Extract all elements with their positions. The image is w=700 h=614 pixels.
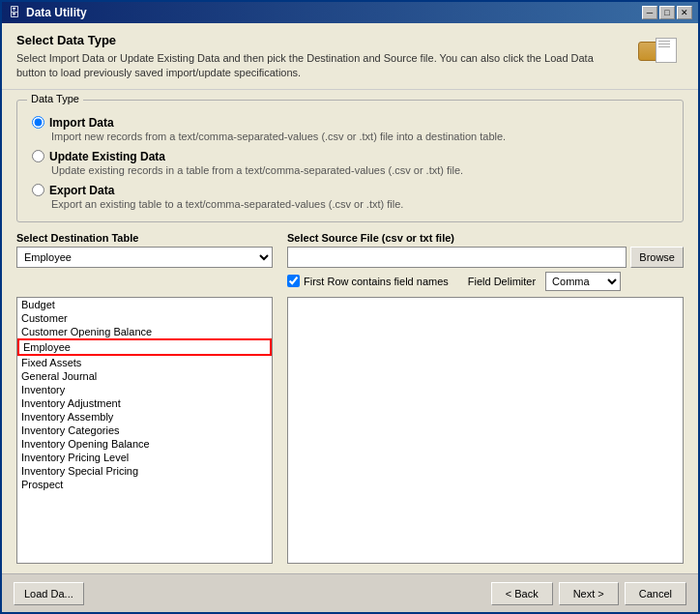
database-icon	[638, 34, 682, 71]
header-desc: Select Import Data or Update Existing Da…	[16, 51, 626, 81]
export-data-radio[interactable]	[32, 184, 44, 196]
window-controls: ─ □ ✕	[642, 6, 692, 19]
list-item[interactable]: Inventory Opening Balance	[17, 437, 272, 451]
list-item[interactable]: Inventory Assembly	[17, 410, 272, 424]
browse-button[interactable]: Browse	[630, 247, 684, 268]
import-data-desc: Import new records from a text/comma-sep…	[51, 131, 668, 142]
load-data-button[interactable]: Load Da...	[14, 582, 84, 605]
title-bar: 🗄 Data Utility ─ □ ✕	[2, 2, 698, 23]
list-item[interactable]: General Journal	[17, 369, 272, 383]
list-item[interactable]: Inventory Special Pricing	[17, 464, 272, 478]
close-button[interactable]: ✕	[677, 6, 692, 19]
field-delimiter-label: Field Delimiter	[468, 276, 536, 287]
source-file-input[interactable]	[287, 247, 627, 268]
update-data-text: Update Existing Data	[49, 150, 165, 163]
title-bar-left: 🗄 Data Utility	[8, 6, 87, 19]
list-item[interactable]: Customer	[17, 311, 272, 325]
next-button[interactable]: Next >	[559, 582, 619, 605]
source-file-row: Browse	[287, 247, 684, 268]
doc-line-3	[658, 46, 671, 47]
update-data-radio[interactable]	[32, 150, 44, 162]
header-title: Select Data Type	[16, 33, 626, 47]
import-data-option: Import Data Import new records from a te…	[32, 116, 668, 142]
data-type-group-label: Data Type	[27, 93, 83, 104]
list-item[interactable]: Customer Opening Balance	[17, 325, 272, 338]
dest-table-label: Select Destination Table	[16, 232, 273, 244]
import-data-radio[interactable]	[32, 116, 44, 129]
list-item[interactable]: Inventory Pricing Level	[17, 451, 272, 464]
import-data-label[interactable]: Import Data	[32, 116, 668, 130]
source-preview-area	[287, 297, 684, 564]
update-data-desc: Update existing records in a table from …	[51, 164, 668, 176]
dest-table-dropdown[interactable]: BudgetCustomerCustomer Opening BalanceEm…	[16, 247, 273, 268]
update-data-label[interactable]: Update Existing Data	[32, 150, 668, 163]
doc-line-2	[658, 44, 671, 44]
list-item[interactable]: Inventory Adjustment	[17, 396, 272, 410]
header-section: Select Data Type Select Import Data or U…	[2, 23, 698, 90]
window-title: Data Utility	[26, 6, 87, 19]
doc-icon	[656, 38, 677, 63]
dest-table-col: Select Destination Table BudgetCustomerC…	[16, 232, 273, 268]
list-item[interactable]: Fixed Assets	[17, 356, 272, 369]
data-type-group: Data Type Import Data Import new records…	[16, 100, 684, 222]
list-item[interactable]: Employee	[17, 338, 272, 356]
first-row-checkbox[interactable]	[287, 275, 300, 287]
main-window: 🗄 Data Utility ─ □ ✕ Select Data Type Se…	[0, 0, 700, 614]
app-icon: 🗄	[8, 6, 21, 19]
update-data-option: Update Existing Data Update existing rec…	[32, 150, 668, 176]
export-data-text: Export Data	[49, 184, 114, 197]
listbox-container: BudgetCustomerCustomer Opening BalanceEm…	[16, 297, 684, 564]
list-item[interactable]: Inventory	[17, 383, 272, 396]
bottom-section: Select Destination Table BudgetCustomerC…	[16, 232, 684, 564]
header-icon	[635, 33, 684, 72]
footer-right: < Back Next > Cancel	[491, 582, 686, 605]
content-area: Select Data Type Select Import Data or U…	[2, 23, 698, 612]
first-row-label[interactable]: First Row contains field names	[287, 275, 449, 287]
first-row-text: First Row contains field names	[304, 276, 449, 287]
import-data-text: Import Data	[49, 116, 114, 130]
footer-left: Load Da...	[14, 582, 84, 605]
delimiter-dropdown[interactable]: Comma Tab Semicolon Space	[545, 272, 621, 291]
footer-bar: Load Da... < Back Next > Cancel	[2, 573, 698, 612]
list-item[interactable]: Inventory Categories	[17, 424, 272, 437]
export-data-label[interactable]: Export Data	[32, 184, 668, 197]
column-labels-row: Select Destination Table BudgetCustomerC…	[16, 232, 684, 291]
field-options-row: First Row contains field names Field Del…	[287, 272, 684, 291]
doc-line-1	[658, 41, 671, 42]
header-text: Select Data Type Select Import Data or U…	[16, 33, 626, 81]
list-item[interactable]: Budget	[17, 298, 272, 311]
export-data-desc: Export an existing table to a text/comma…	[51, 198, 668, 210]
main-body: Data Type Import Data Import new records…	[2, 90, 698, 573]
export-data-option: Export Data Export an existing table to …	[32, 184, 668, 210]
list-item[interactable]: Prospect	[17, 478, 272, 491]
back-button[interactable]: < Back	[491, 582, 553, 605]
maximize-button[interactable]: □	[659, 6, 675, 19]
cancel-button[interactable]: Cancel	[625, 582, 686, 605]
source-file-label: Select Source File (csv or txt file)	[287, 232, 684, 244]
dest-table-listbox[interactable]: BudgetCustomerCustomer Opening BalanceEm…	[16, 297, 273, 564]
source-file-col: Select Source File (csv or txt file) Bro…	[287, 232, 684, 291]
minimize-button[interactable]: ─	[642, 6, 657, 19]
